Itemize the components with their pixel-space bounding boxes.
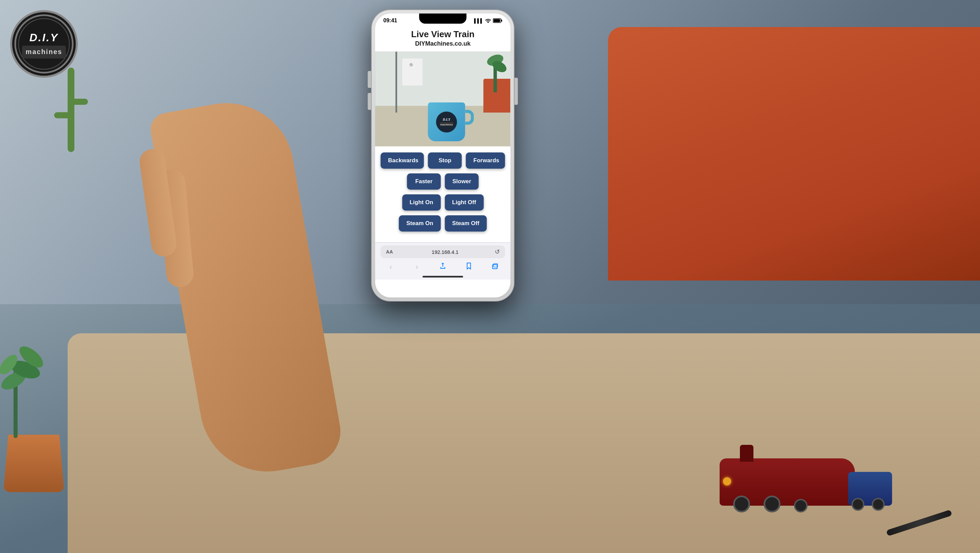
- cactus-arm2: [54, 112, 75, 118]
- app-title: Live View Train: [382, 29, 504, 40]
- phone-outer: 09:41 ▌▌▌ Live View Train DIYMachines.co…: [372, 10, 514, 301]
- faster-button[interactable]: Faster: [407, 173, 441, 190]
- cactus-arm1: [68, 99, 88, 105]
- power-button: [515, 78, 518, 105]
- camera-mug: D.I.Y machines: [428, 102, 465, 141]
- notch-visual: [419, 14, 467, 24]
- logo-svg: D.I.Y machines: [14, 14, 75, 75]
- bookmarks-icon: [465, 262, 473, 270]
- speed-buttons-row: Faster Slower: [381, 173, 505, 190]
- tabs-button[interactable]: [488, 262, 502, 272]
- share-button[interactable]: [436, 262, 450, 272]
- pot-body: [3, 435, 64, 492]
- svg-point-0: [15, 15, 73, 73]
- home-bar: [423, 276, 463, 278]
- cactus-stem: [68, 68, 75, 152]
- bookmarks-button[interactable]: [462, 262, 476, 272]
- back-button[interactable]: ‹: [384, 263, 398, 272]
- status-bar: 09:41 ▌▌▌: [375, 14, 511, 26]
- svg-rect-6: [501, 20, 502, 22]
- cam-symbol: ⊕: [409, 62, 413, 67]
- volume-up-button: [368, 71, 371, 88]
- controls-area: Backwards Stop Forwards Faster Slower Li…: [375, 146, 511, 242]
- volume-down-button: [368, 93, 371, 110]
- stop-button[interactable]: Stop: [428, 153, 462, 168]
- svg-rect-7: [493, 19, 500, 22]
- chimney: [740, 445, 753, 462]
- light-buttons-row: Light On Light Off: [381, 194, 505, 211]
- status-time: 09:41: [383, 17, 397, 24]
- battery-icon: [493, 18, 503, 23]
- safari-bar: AA 192.168.4.1 ↺ ‹ ›: [375, 242, 511, 280]
- svg-text:machines: machines: [26, 48, 62, 56]
- steam-buttons-row: Steam On Steam Off: [381, 215, 505, 232]
- svg-text:machines: machines: [440, 123, 453, 126]
- svg-text:D.I.Y: D.I.Y: [29, 32, 59, 44]
- share-icon: [439, 262, 447, 270]
- train-light: [723, 477, 731, 485]
- mug-logo-svg: D.I.Y machines: [437, 112, 457, 132]
- logo-circle: D.I.Y machines: [10, 10, 78, 78]
- tabs-icon: [492, 262, 499, 270]
- url-text[interactable]: 192.168.4.1: [396, 249, 495, 255]
- wheel2: [764, 496, 781, 512]
- camera-view: D.I.Y machines ⊕: [375, 52, 511, 146]
- mug-logo-circle: D.I.Y machines: [436, 111, 457, 132]
- direction-buttons-row: Backwards Stop Forwards: [381, 153, 505, 168]
- app-header: Live View Train DIYMachines.co.uk: [375, 26, 511, 52]
- url-refresh-icon[interactable]: ↺: [495, 248, 500, 256]
- mug-body: D.I.Y machines: [428, 102, 465, 141]
- cam-divider: [396, 52, 397, 113]
- wheel4: [851, 498, 864, 511]
- light-on-button[interactable]: Light On: [402, 194, 441, 211]
- diy-machines-logo: D.I.Y machines: [10, 10, 78, 78]
- app-subtitle: DIYMachines.co.uk: [382, 40, 504, 47]
- steam-off-button[interactable]: Steam Off: [445, 215, 487, 232]
- steam-on-button[interactable]: Steam On: [399, 215, 441, 232]
- phone-screen: 09:41 ▌▌▌ Live View Train DIYMachines.co…: [375, 14, 511, 297]
- bg-wall-right: [676, 0, 980, 135]
- status-icons: ▌▌▌: [474, 18, 503, 23]
- light-off-button[interactable]: Light Off: [445, 194, 484, 211]
- forward-button[interactable]: ›: [410, 263, 424, 272]
- plant-leaves: [0, 337, 81, 438]
- wheel3: [794, 499, 808, 512]
- wheel5: [872, 498, 885, 511]
- svg-text:D.I.Y: D.I.Y: [442, 118, 450, 121]
- url-aa-label[interactable]: AA: [386, 249, 393, 254]
- wheel1: [733, 496, 750, 512]
- safari-nav-bar: ‹ ›: [381, 261, 505, 275]
- phone-wrapper: 09:41 ▌▌▌ Live View Train DIYMachines.co…: [372, 10, 514, 301]
- url-bar[interactable]: AA 192.168.4.1 ↺: [381, 245, 505, 258]
- signal-icon: ▌▌▌: [474, 18, 484, 23]
- train-toy: [720, 418, 896, 519]
- plant-left: [0, 340, 88, 492]
- wifi-icon: [485, 18, 492, 23]
- forwards-button[interactable]: Forwards: [466, 153, 505, 168]
- backwards-button[interactable]: Backwards: [381, 153, 424, 168]
- svg-rect-12: [493, 265, 498, 269]
- slower-button[interactable]: Slower: [445, 173, 479, 190]
